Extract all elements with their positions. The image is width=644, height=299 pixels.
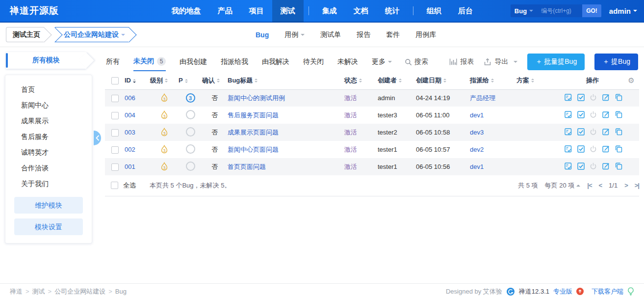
- column-header-priority[interactable]: P: [179, 72, 202, 89]
- footer-breadcrumb-test[interactable]: 测试: [32, 287, 45, 296]
- column-header-created[interactable]: 创建日期: [416, 72, 470, 89]
- sidebar-item-news[interactable]: 新闻中心: [5, 98, 92, 113]
- nav-item-stats[interactable]: 统计: [377, 0, 408, 22]
- assigned-to-link[interactable]: dev3: [470, 129, 484, 136]
- column-header-confirmed[interactable]: 确认: [202, 72, 228, 89]
- edit-bug-button[interactable]: [602, 93, 610, 103]
- nav-item-product[interactable]: 产品: [209, 0, 241, 22]
- edit-bug-button[interactable]: [602, 128, 610, 137]
- goto-id-input[interactable]: [537, 4, 582, 17]
- filter-tab-openedbyme[interactable]: 由我创建: [180, 53, 207, 71]
- module-settings-button[interactable]: 模块设置: [14, 218, 83, 235]
- assigned-to-link[interactable]: dev1: [470, 111, 484, 119]
- select-all-checkbox[interactable]: [111, 182, 118, 189]
- footer-breadcrumb-product[interactable]: 公司企业网站建设: [54, 287, 105, 296]
- upgrade-badge-icon[interactable]: [576, 288, 584, 295]
- filter-tab-unresolved[interactable]: 未解决: [337, 53, 358, 71]
- confirm-bug-button[interactable]: [564, 110, 572, 120]
- tab-bug[interactable]: Bug: [256, 31, 269, 39]
- copy-bug-button[interactable]: [615, 93, 623, 103]
- bug-title-link[interactable]: 成果展示页面问题: [228, 129, 279, 136]
- next-page-button[interactable]: >: [624, 182, 628, 189]
- bug-id-link[interactable]: 002: [125, 146, 135, 153]
- nav-item-project[interactable]: 项目: [241, 0, 272, 22]
- go-button[interactable]: GO!: [582, 4, 601, 17]
- search-toggle[interactable]: 搜索: [405, 57, 428, 66]
- bug-title-link[interactable]: 新闻中心页面问题: [228, 146, 279, 153]
- column-header-status[interactable]: 状态: [344, 72, 378, 89]
- sidebar-item-results[interactable]: 成果展示: [5, 113, 92, 129]
- confirm-bug-button[interactable]: [564, 145, 572, 155]
- filter-tab-more[interactable]: 更多: [372, 53, 392, 71]
- tab-caselib[interactable]: 用例库: [415, 30, 436, 39]
- bug-title-link[interactable]: 首页页面问题: [228, 163, 266, 170]
- maintain-modules-button[interactable]: 维护模块: [14, 197, 83, 214]
- column-settings-gear-icon[interactable]: ⚙: [623, 72, 639, 89]
- prev-page-button[interactable]: <: [599, 182, 602, 189]
- batch-create-bug-button[interactable]: ＋ 批量提Bug: [527, 54, 585, 70]
- lightbulb-icon[interactable]: [627, 287, 634, 296]
- sidebar-item-service[interactable]: 售后服务: [5, 129, 92, 145]
- nav-item-doc[interactable]: 文档: [345, 0, 377, 22]
- edit-bug-button[interactable]: [602, 145, 610, 155]
- resolve-bug-button[interactable]: [577, 162, 585, 172]
- app-logo[interactable]: 禅道开源版: [10, 4, 59, 17]
- filter-tab-resolvedbyme[interactable]: 由我解决: [262, 53, 289, 71]
- assigned-to-link[interactable]: dev2: [470, 146, 484, 153]
- download-client-link[interactable]: 下载客户端: [592, 287, 623, 296]
- tab-testtask[interactable]: 测试单: [320, 30, 341, 39]
- export-button[interactable]: 导出: [484, 57, 517, 66]
- breadcrumb-test-home[interactable]: 测试主页: [6, 27, 44, 42]
- goto-type-select[interactable]: Bug: [511, 4, 537, 17]
- tab-suite[interactable]: 套件: [386, 30, 400, 39]
- resolve-bug-button[interactable]: [577, 145, 585, 155]
- filter-tab-unclosed[interactable]: 未关闭 5: [133, 53, 166, 71]
- copy-bug-button[interactable]: [615, 128, 623, 137]
- sidebar-item-jobs[interactable]: 诚聘英才: [5, 145, 92, 161]
- bug-id-link[interactable]: 001: [125, 163, 135, 170]
- select-all-checkbox-header[interactable]: [111, 77, 119, 84]
- first-page-button[interactable]: |<: [587, 182, 592, 189]
- all-modules-header[interactable]: 所有模块: [6, 52, 86, 69]
- footer-breadcrumb-bug[interactable]: Bug: [115, 288, 127, 295]
- sidebar-collapse-toggle[interactable]: [94, 131, 101, 145]
- bug-id-link[interactable]: 006: [125, 94, 135, 102]
- row-checkbox[interactable]: [111, 112, 119, 119]
- nav-item-integration[interactable]: 集成: [314, 0, 345, 22]
- tab-report[interactable]: 报告: [357, 30, 370, 39]
- edit-bug-button[interactable]: [602, 162, 610, 172]
- column-header-assigned[interactable]: 指派给: [470, 72, 516, 89]
- bug-title-link[interactable]: 售后服务页面问题: [228, 111, 279, 119]
- filter-tab-assigntome[interactable]: 指派给我: [221, 53, 248, 71]
- tab-case[interactable]: 用例: [284, 30, 305, 39]
- copy-bug-button[interactable]: [615, 110, 623, 120]
- assigned-to-link[interactable]: dev1: [470, 163, 484, 170]
- confirm-bug-button[interactable]: [564, 162, 572, 172]
- bug-title-link[interactable]: 新闻中心的测试用例: [228, 94, 285, 102]
- create-bug-button[interactable]: ＋ 提Bug: [594, 54, 638, 70]
- resolve-bug-button[interactable]: [577, 128, 585, 137]
- bug-id-link[interactable]: 003: [125, 129, 135, 136]
- sidebar-item-cooperation[interactable]: 合作洽谈: [5, 161, 92, 176]
- nav-item-org[interactable]: 组织: [418, 0, 450, 22]
- nav-item-my[interactable]: 我的地盘: [163, 0, 209, 22]
- edit-bug-button[interactable]: [602, 110, 610, 120]
- row-checkbox[interactable]: [111, 146, 119, 154]
- column-header-id[interactable]: ID: [125, 72, 150, 89]
- breadcrumb-product-select[interactable]: 公司企业网站建设: [55, 27, 129, 42]
- filter-tab-toclose[interactable]: 待关闭: [303, 53, 324, 71]
- user-menu[interactable]: admin: [609, 7, 637, 15]
- row-checkbox[interactable]: [111, 129, 119, 136]
- sidebar-item-home[interactable]: 首页: [5, 82, 92, 98]
- column-header-severity[interactable]: 级别: [150, 72, 179, 89]
- footer-breadcrumb-app[interactable]: 禅道: [10, 287, 23, 296]
- column-header-title[interactable]: Bug标题: [228, 72, 344, 89]
- sidebar-item-about[interactable]: 关于我们: [5, 176, 92, 192]
- column-header-creator[interactable]: 创建者: [378, 72, 416, 89]
- edition-link[interactable]: 专业版: [553, 287, 572, 296]
- nav-item-test[interactable]: 测试: [272, 0, 304, 22]
- filter-tab-all[interactable]: 所有: [106, 53, 120, 71]
- per-page-select[interactable]: 每页 20 项: [545, 181, 581, 190]
- assigned-to-link[interactable]: 产品经理: [470, 94, 495, 102]
- last-page-button[interactable]: >|: [635, 182, 639, 189]
